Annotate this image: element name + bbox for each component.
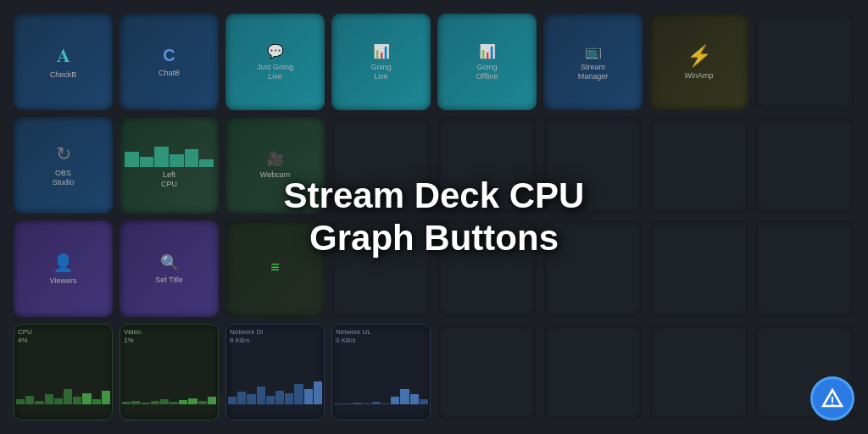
button-going-live2[interactable]: 📊 GoingLive	[331, 14, 431, 110]
button-empty-r4-5	[437, 324, 537, 420]
going-live-icon: 💬	[267, 43, 284, 59]
winamp-icon: ⚡	[687, 44, 712, 68]
left-cpu-icon	[125, 142, 214, 167]
obs-icon: ↻	[56, 143, 71, 165]
button-empty-r3-6	[543, 220, 643, 317]
logo-badge	[810, 376, 854, 420]
going-offline-label: GoingOffline	[476, 63, 498, 81]
video-graph-area	[122, 379, 216, 404]
button-empty-r2-6	[543, 117, 643, 214]
viewers-label: Viewers	[50, 276, 77, 286]
set-title-icon: 🔍	[160, 253, 179, 272]
button-network-dl[interactable]: Network Dl8 KB/s	[225, 324, 325, 420]
button-empty-r4-7	[649, 324, 748, 420]
button-chatb[interactable]: C ChatB	[120, 14, 219, 110]
webcam-icon: 🎥	[267, 151, 284, 167]
button-set-title[interactable]: 🔍 Set Title	[120, 220, 219, 317]
logo-svg	[820, 386, 845, 411]
network-ul-graph-area	[334, 379, 428, 404]
button-empty-r3-8	[755, 220, 854, 317]
button-graph-3[interactable]: ≡	[225, 220, 325, 317]
set-title-label: Set Title	[155, 275, 183, 285]
graph3-icon: ≡	[270, 259, 280, 276]
winamp-label: WinAmp	[684, 71, 713, 81]
network-ul-label: Network UL0 KB/s	[336, 328, 371, 346]
cpu-stat-label: CPU4%	[18, 328, 32, 346]
checkb-icon: 𝐀	[57, 45, 70, 67]
button-left-cpu[interactable]: LeftCPU	[120, 117, 219, 214]
chatb-icon: C	[163, 46, 175, 65]
button-stream-manager[interactable]: 📺 StreamManager	[543, 14, 643, 110]
left-cpu-label: LeftCPU	[161, 170, 177, 189]
button-viewers[interactable]: 👤 Viewers	[14, 220, 113, 317]
button-video-stat[interactable]: Video1%	[120, 324, 219, 420]
going-live-label: Just GoingLive	[257, 63, 293, 81]
button-obs[interactable]: ↻ OBSStudio	[14, 117, 113, 214]
button-grid: 𝐀 CheckB C ChatB 💬 Just GoingLive 📊 Goin…	[0, 0, 868, 434]
webcam-label: Webcam	[260, 170, 290, 180]
button-empty-r2-7	[649, 117, 748, 214]
going-offline-icon: 📊	[479, 43, 496, 59]
button-empty-r3-4	[331, 220, 431, 317]
cpu-graph-area	[16, 379, 110, 404]
viewers-icon: 👤	[53, 253, 74, 273]
button-going-offline[interactable]: 📊 GoingOffline	[437, 14, 537, 110]
button-going-live[interactable]: 💬 Just GoingLive	[225, 14, 325, 110]
going-live2-icon: 📊	[373, 43, 390, 59]
obs-label: OBSStudio	[53, 169, 75, 187]
button-empty-1	[755, 14, 854, 110]
stream-manager-icon: 📺	[585, 43, 602, 59]
svg-point-2	[832, 404, 834, 407]
network-dl-label: Network Dl8 KB/s	[230, 328, 263, 346]
chatb-label: ChatB	[159, 69, 180, 78]
stream-manager-label: StreamManager	[578, 63, 609, 81]
button-winamp[interactable]: ⚡ WinAmp	[649, 14, 748, 110]
button-empty-r4-6	[543, 324, 643, 420]
network-dl-graph-area	[228, 379, 322, 404]
button-checkb[interactable]: 𝐀 CheckB	[14, 14, 113, 110]
checkb-label: CheckB	[50, 70, 77, 80]
button-webcam[interactable]: 🎥 Webcam	[225, 117, 325, 214]
button-empty-r2-4	[331, 117, 431, 214]
video-stat-label: Video1%	[124, 328, 141, 346]
button-empty-r3-7	[649, 220, 748, 317]
button-empty-r3-5	[437, 220, 537, 317]
button-empty-r2-5	[437, 117, 537, 214]
going-live2-label: GoingLive	[370, 63, 391, 81]
button-cpu-stat[interactable]: CPU4%	[14, 324, 113, 420]
button-empty-r2-8	[755, 117, 854, 214]
button-network-ul[interactable]: Network UL0 KB/s	[331, 324, 431, 420]
